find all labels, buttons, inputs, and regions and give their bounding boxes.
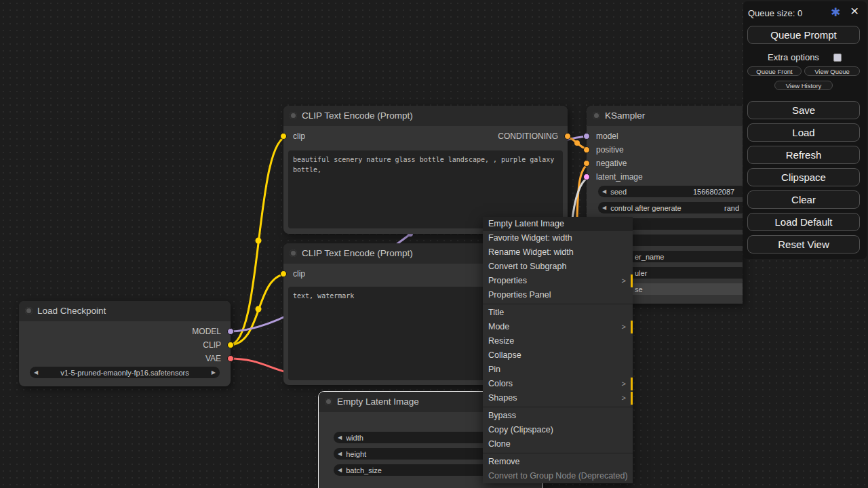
menu-item-title[interactable]: Title bbox=[483, 306, 633, 320]
width-label: width bbox=[346, 434, 363, 442]
output-label-clip: CLIP bbox=[203, 340, 221, 350]
input-slot-positive[interactable] bbox=[583, 146, 590, 153]
seed-value: 1566802087 bbox=[693, 188, 734, 196]
node-load-checkpoint[interactable]: Load Checkpoint MODEL CLIP VAE ◀ v1-5-pr… bbox=[19, 301, 231, 386]
menu-item-properties[interactable]: Properties > bbox=[483, 274, 633, 288]
link-midpoint-dot bbox=[574, 140, 580, 146]
input-label-positive: positive bbox=[596, 145, 624, 155]
menu-item-remove[interactable]: Remove bbox=[483, 455, 633, 469]
menu-item-colors[interactable]: Colors > bbox=[483, 377, 633, 391]
menu-item-collapse[interactable]: Collapse bbox=[483, 348, 633, 363]
input-slot-negative[interactable] bbox=[583, 160, 590, 167]
settings-gear-icon[interactable]: ✱ bbox=[831, 5, 840, 20]
collapse-toggle[interactable] bbox=[593, 112, 600, 119]
node-title: Load Checkpoint bbox=[37, 306, 106, 316]
refresh-button[interactable]: Refresh bbox=[747, 146, 860, 164]
node-titlebar[interactable]: Load Checkpoint bbox=[19, 301, 231, 321]
seed-label: seed bbox=[610, 188, 627, 196]
ckpt-name-combo[interactable]: ◀ v1-5-pruned-emaonly-fp16.safetensors ▶ bbox=[30, 367, 220, 378]
node-title: KSampler bbox=[605, 110, 645, 121]
link-clip-to-negative-prompt bbox=[229, 274, 288, 345]
output-label-vae: VAE bbox=[205, 354, 221, 363]
node-titlebar[interactable]: KSampler bbox=[587, 106, 743, 126]
input-slot-clip[interactable] bbox=[280, 270, 287, 277]
link-midpoint-dot bbox=[256, 306, 262, 312]
node-clip-text-encode-positive[interactable]: CLIP Text Encode (Prompt) clip CONDITION… bbox=[283, 106, 568, 234]
input-label-latent-image: latent_image bbox=[596, 172, 643, 182]
queue-size-label: Queue size: 0 bbox=[748, 8, 802, 18]
stepper-prev-icon[interactable]: ◀ bbox=[334, 451, 346, 457]
close-icon[interactable]: × bbox=[850, 3, 859, 19]
menu-item-convert-to-group-node[interactable]: Convert to Group Node (Deprecated) bbox=[483, 469, 633, 483]
node-title: Empty Latent Image bbox=[337, 396, 419, 407]
output-slot-vae[interactable] bbox=[227, 355, 234, 362]
collapse-toggle[interactable] bbox=[25, 307, 33, 314]
submenu-arrow-icon: > bbox=[622, 320, 626, 334]
menu-item-label: Shapes bbox=[488, 393, 517, 403]
context-menu-title: Empty Latent Image bbox=[483, 217, 633, 231]
load-button[interactable]: Load bbox=[747, 123, 860, 142]
output-label-model: MODEL bbox=[192, 327, 221, 336]
extra-options-label: Extra options bbox=[768, 52, 819, 62]
load-default-button[interactable]: Load Default bbox=[747, 213, 860, 231]
collapse-toggle[interactable] bbox=[290, 112, 297, 119]
output-label-conditioning: CONDITIONING bbox=[498, 131, 558, 141]
output-slot-model[interactable] bbox=[227, 328, 234, 335]
stepper-prev-icon[interactable]: ◀ bbox=[598, 188, 610, 195]
output-slot-clip[interactable] bbox=[227, 342, 234, 348]
submenu-arrow-icon: > bbox=[622, 274, 626, 288]
menu-item-properties-panel[interactable]: Properties Panel bbox=[483, 288, 633, 302]
queue-prompt-button[interactable]: Queue Prompt bbox=[747, 26, 860, 44]
submenu-indicator bbox=[631, 378, 633, 390]
input-label-model: model bbox=[596, 131, 618, 141]
clipspace-button[interactable]: Clipspace bbox=[747, 168, 860, 186]
menu-item-resize[interactable]: Resize bbox=[483, 334, 633, 348]
stepper-prev-icon[interactable]: ◀ bbox=[334, 467, 346, 473]
graph-canvas[interactable]: Load Checkpoint MODEL CLIP VAE ◀ v1-5-pr… bbox=[0, 0, 868, 488]
node-titlebar[interactable]: CLIP Text Encode (Prompt) bbox=[283, 106, 568, 126]
stepper-prev-icon[interactable]: ◀ bbox=[334, 434, 346, 441]
link-midpoint-dot bbox=[256, 238, 262, 244]
menu-item-label: Mode bbox=[488, 322, 509, 331]
node-context-menu: Empty Latent Image Favorite Widget: widt… bbox=[483, 217, 633, 483]
node-title: CLIP Text Encode (Prompt) bbox=[302, 110, 413, 121]
menu-item-bypass[interactable]: Bypass bbox=[483, 409, 633, 423]
combo-prev-icon[interactable]: ◀ bbox=[30, 369, 42, 375]
submenu-indicator bbox=[631, 392, 633, 405]
menu-item-clone[interactable]: Clone bbox=[483, 437, 633, 451]
input-label-clip: clip bbox=[293, 269, 305, 279]
save-button[interactable]: Save bbox=[747, 101, 860, 119]
view-history-button[interactable]: View History bbox=[774, 81, 833, 90]
stepper-prev-icon[interactable]: ◀ bbox=[598, 205, 610, 211]
input-slot-latent-image[interactable] bbox=[583, 174, 590, 180]
collapse-toggle[interactable] bbox=[325, 398, 332, 405]
submenu-arrow-icon: > bbox=[622, 377, 626, 391]
menu-item-shapes[interactable]: Shapes > bbox=[483, 391, 633, 405]
height-label: height bbox=[346, 450, 366, 458]
submenu-indicator bbox=[631, 321, 633, 333]
output-slot-conditioning[interactable] bbox=[564, 133, 571, 140]
input-slot-model[interactable] bbox=[583, 133, 590, 140]
submenu-indicator bbox=[631, 274, 633, 287]
clear-button[interactable]: Clear bbox=[747, 190, 860, 209]
queue-front-button[interactable]: Queue Front bbox=[747, 66, 802, 76]
collapse-toggle[interactable] bbox=[290, 249, 297, 257]
reset-view-button[interactable]: Reset View bbox=[747, 235, 860, 253]
menu-item-rename-widget[interactable]: Rename Widget: width bbox=[483, 245, 633, 260]
seed-widget[interactable]: ◀ seed 1566802087 bbox=[598, 186, 743, 197]
menu-item-favorite-widget[interactable]: Favorite Widget: width bbox=[483, 231, 633, 245]
menu-item-copy-clipspace[interactable]: Copy (Clipspace) bbox=[483, 423, 633, 437]
control-after-generate-widget[interactable]: ◀ control after generate rand bbox=[598, 202, 743, 214]
input-label-negative: negative bbox=[596, 159, 627, 168]
menu-item-convert-to-subgraph[interactable]: Convert to Subgraph bbox=[483, 260, 633, 274]
menu-item-mode[interactable]: Mode > bbox=[483, 320, 633, 334]
view-queue-button[interactable]: View Queue bbox=[804, 66, 860, 76]
menu-item-label: Colors bbox=[488, 379, 513, 388]
submenu-arrow-icon: > bbox=[622, 391, 626, 405]
extra-options-checkbox[interactable] bbox=[833, 54, 842, 62]
menu-item-pin[interactable]: Pin bbox=[483, 363, 633, 377]
input-slot-clip[interactable] bbox=[280, 133, 287, 140]
combo-next-icon[interactable]: ▶ bbox=[208, 369, 220, 375]
input-label-clip: clip bbox=[293, 131, 305, 141]
batch-size-label: batch_size bbox=[346, 466, 382, 474]
